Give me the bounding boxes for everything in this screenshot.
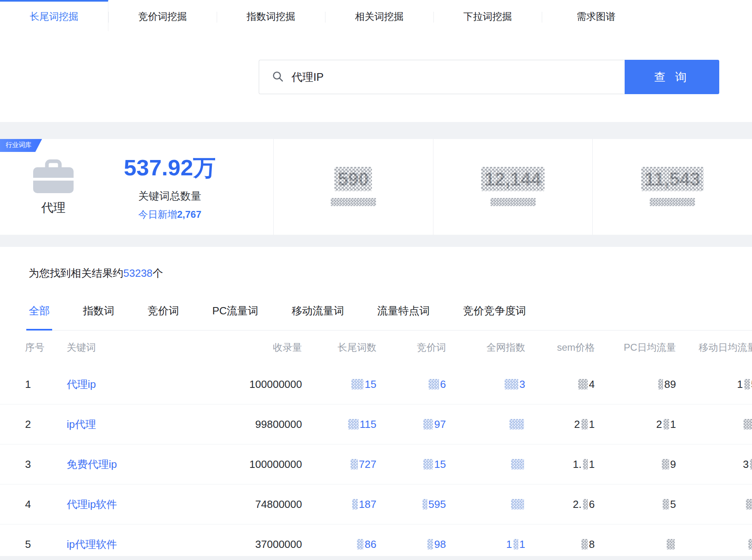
cell-value [676,498,752,511]
tab-indexword-mining[interactable]: 指数词挖掘 [217,0,325,31]
cell-value [446,418,525,431]
cell-value: 1.1 [525,458,595,471]
summary-prefix: 为您找到相关结果约 [29,267,123,279]
keyword-total-label: 关键词总数量 [74,189,265,203]
table-row: 2ip代理99800000115972121 [0,404,752,444]
cell-value: 15 [302,378,376,391]
table-row: 3免费代理ip100000000727151.193 [0,444,752,484]
censored-blur [357,539,363,549]
results-table-body: 1代理ip1000000001563489152ip代理998000001159… [29,364,752,556]
filter-index-words[interactable]: 指数词 [83,304,114,320]
column-header: 关键词 [67,341,200,354]
censored-blur [746,499,752,509]
industry-primary-column: 代理 537.92万 关键词总数量 今日新增2,767 [0,139,273,235]
censored-blur [744,419,752,429]
cell-value: 21 [595,418,676,431]
cell-value [595,538,676,551]
censored-blur [505,379,518,389]
censored-blur [581,419,588,429]
cell-value: 595 [376,498,446,511]
censored-blur [663,499,669,509]
censored-blur [748,539,752,549]
cell-keyword: 免费代理ip [67,457,200,472]
censored-blur [351,459,358,469]
keyword-link[interactable]: 代理ip [67,378,96,390]
censored-blur [429,379,439,389]
results-panel: 为您找到相关结果约53238个 全部 指数词 竞价词 PC流量词 移动流量词 流… [0,247,752,556]
query-button[interactable]: 查 询 [625,60,719,94]
cell-value: 99800000 [200,418,302,431]
censored-blur [513,539,518,549]
cell-value: 21 [525,418,595,431]
cell-value: 4 [525,378,595,391]
censored-blur [583,459,588,469]
keyword-link[interactable]: ip代理 [67,418,96,430]
censored-blur [581,539,588,549]
cell-value: 115 [302,418,376,431]
table-header-row: 序号关键词收录量长尾词数竞价词全网指数sem价格PC日均流量移动日均流量 [0,331,752,364]
table-row: 1代理ip100000000156348915 [0,364,752,404]
cell-value: 6 [376,378,446,391]
censored-stat-label [650,198,695,206]
cell-value: 86 [302,538,376,551]
search-box[interactable] [259,60,625,94]
industry-lexicon-card: 行业词库 代理 537.92万 关键词总数量 今日新增2,767 590 12,… [0,139,752,235]
censored-blur [662,459,669,469]
censored-blur [511,499,524,509]
cell-index: 1 [0,378,67,391]
censored-blur [423,419,433,429]
cell-value [446,458,525,471]
censored-blur [351,379,363,389]
column-header: 全网指数 [446,341,525,354]
cell-index: 5 [0,538,67,551]
censored-blur [423,459,433,469]
cell-value: 89 [595,378,676,391]
censored-blur [667,539,675,549]
column-header: 移动日均流量 [676,341,752,354]
results-summary: 为您找到相关结果约53238个 [29,266,752,280]
cell-value: 727 [302,458,376,471]
result-filter-tabs: 全部 指数词 竞价词 PC流量词 移动流量词 流量特点词 竞价竞争度词 [29,304,752,331]
tab-bidword-mining[interactable]: 竞价词挖掘 [108,0,217,31]
search-input[interactable] [291,70,600,84]
cell-value: 100000000 [200,458,302,471]
briefcase-icon [32,189,74,196]
cell-index: 2 [0,418,67,431]
keyword-link[interactable]: ip代理软件 [67,538,117,550]
search-bar: 查 询 [259,60,752,94]
filter-bid-competition-words[interactable]: 竞价竞争度词 [463,304,526,320]
tab-relatedword-mining[interactable]: 相关词挖掘 [325,0,433,31]
search-icon [272,71,283,84]
keyword-total-value: 537.92万 [74,153,265,183]
column-header: 竞价词 [376,341,446,354]
column-header: 长尾词数 [302,341,376,354]
cell-value: 97 [376,418,446,431]
filter-traffic-feature-words[interactable]: 流量特点词 [377,304,430,320]
table-row: 4代理ip软件748000001875952.65 [0,484,752,524]
keyword-link[interactable]: 免费代理ip [67,458,117,470]
cell-value: 9 [595,458,676,471]
censored-blur [352,499,358,509]
censored-blur [511,459,524,469]
today-new-label: 今日新增 [138,209,177,220]
industry-identity: 代理 [32,158,74,216]
censored-stat-column: 11,543 [592,139,752,235]
filter-pc-traffic-words[interactable]: PC流量词 [212,304,258,320]
industry-lexicon-badge: 行业词库 [0,139,42,152]
filter-all[interactable]: 全部 [29,304,50,320]
column-header: 收录量 [200,341,302,354]
tab-longtail-mining[interactable]: 长尾词挖掘 [0,0,108,31]
cell-value [446,498,525,511]
censored-blur [422,499,427,509]
top-tab-bar: 长尾词挖掘 竞价词挖掘 指数词挖掘 相关词挖掘 下拉词挖掘 需求图谱 [0,0,752,31]
censored-stat-label [331,198,376,206]
keyword-total-stat: 537.92万 关键词总数量 今日新增2,767 [74,153,273,221]
cell-value: 3 [446,378,525,391]
keyword-link[interactable]: 代理ip软件 [67,498,117,510]
filter-bid-words[interactable]: 竞价词 [148,304,179,320]
censored-stat-value: 11,543 [644,168,700,190]
tab-demand-graph[interactable]: 需求图谱 [542,0,650,31]
cell-value: 8 [525,538,595,551]
filter-mobile-traffic-words[interactable]: 移动流量词 [292,304,344,320]
tab-dropdownword-mining[interactable]: 下拉词挖掘 [433,0,542,31]
